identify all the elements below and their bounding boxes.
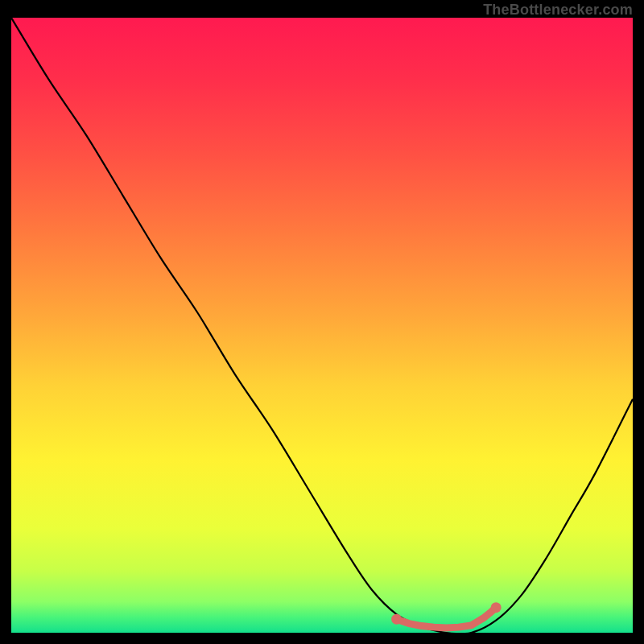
chart-frame: TheBottlenecker.com [0, 0, 644, 644]
bottleneck-curve [11, 18, 633, 633]
marker-dot-end [491, 602, 502, 613]
marker-line [397, 608, 497, 628]
plot-area [11, 18, 633, 633]
curve-layer [11, 18, 633, 633]
marker-dot-start [391, 614, 402, 625]
attribution-label: TheBottlenecker.com [483, 2, 633, 19]
optimal-range-markers [391, 602, 502, 628]
